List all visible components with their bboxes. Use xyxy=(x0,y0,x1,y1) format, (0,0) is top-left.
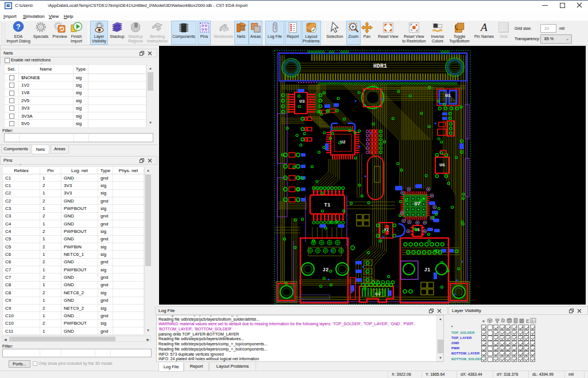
svg-text:U1: U1 xyxy=(445,93,451,98)
svg-text:A: A xyxy=(479,21,488,33)
svg-text:?: ? xyxy=(16,22,21,31)
svg-text:J1: J1 xyxy=(424,267,431,273)
svg-text:T1: T1 xyxy=(324,202,331,208)
svg-text:U6: U6 xyxy=(439,162,445,167)
svg-text:U7: U7 xyxy=(415,201,421,207)
svg-text:U3: U3 xyxy=(299,99,305,104)
svg-text:E: E xyxy=(526,318,529,324)
svg-text:HDR1: HDR1 xyxy=(373,63,387,69)
svg-text:J2: J2 xyxy=(323,267,329,273)
